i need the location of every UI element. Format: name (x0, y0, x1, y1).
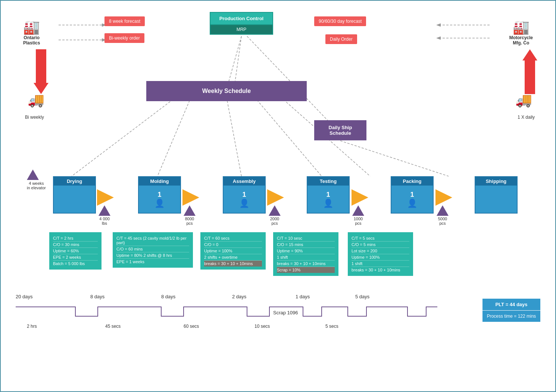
packing-content: 1 👤 (391, 186, 433, 214)
inv-after-drying-label: 4 000lbs (99, 217, 110, 225)
molding-label: Molding (139, 177, 180, 186)
molding-operator: 👤 (154, 199, 165, 208)
eight-week-forecast-box: 8 week forecast (104, 16, 145, 26)
inv-after-testing-label: 1000pcs (352, 217, 364, 225)
truck-right: 🚚 (515, 92, 532, 108)
arrow-after-drying (97, 189, 114, 206)
plt-box: PLT = 44 days Process time = 122 mins (482, 299, 540, 322)
days-label-5: 1 days (296, 294, 310, 299)
plt-label: PLT = 44 days (482, 299, 540, 310)
shipping-step: Shipping (475, 176, 518, 214)
svg-line-6 (254, 97, 322, 176)
ontario-label: OntarioPlastics (23, 35, 40, 46)
arrow-after-molding (182, 189, 199, 206)
testing-shift: 1 shift (277, 254, 335, 261)
molding-uptime: Uptime = 80% 2 shifts @ 8 hrs (116, 252, 189, 259)
inv-after-molding-label: 8000pcs (184, 217, 196, 225)
assembly-co: C/O = 0 (204, 242, 262, 248)
pc-top-label: Production Control (210, 12, 273, 25)
drying-co: C/O = 30 mins (53, 242, 98, 248)
svg-line-5 (227, 97, 241, 176)
testing-breaks: breaks = 30 + 10 + 10mins (277, 261, 335, 267)
assembly-shifts: 2 shifts + overtime (204, 254, 262, 261)
molding-number: 1 (157, 191, 161, 199)
weekly-schedule-box: Weekly Schedule (146, 81, 307, 101)
packing-operator: 👤 (407, 199, 417, 208)
testing-content: 1 👤 (307, 186, 349, 214)
inv-after-assembly-label: 2000pcs (269, 217, 281, 225)
testing-ct: C/T = 10 sesc (277, 235, 335, 242)
days-label-2: 8 days (90, 294, 104, 299)
factory-icon-right: 🏭 (509, 19, 533, 35)
shipping-box: Shipping (475, 176, 518, 214)
drying-label: Drying (54, 177, 95, 186)
molding-step: Molding 1 👤 (138, 176, 181, 214)
packing-info-box: C/T = 5 secs C/O = 5 mins Lot size = 200… (348, 232, 413, 276)
drying-batch: Batch = 5 000 lbs (53, 261, 98, 267)
svg-line-3 (72, 97, 176, 176)
inv-after-drying: 4 000lbs (99, 205, 110, 225)
molding-epe: EPE = 1 weeks (116, 259, 189, 265)
pre-drying-label: 4 weeksin elevator (27, 181, 46, 190)
assembly-step: Assembly 1 👤 (223, 176, 266, 214)
process-time-label: Process time = 122 mins (482, 310, 540, 322)
shipping-label: Shipping (475, 177, 517, 186)
molding-co: C/O = 60 mins (116, 246, 189, 252)
inv-after-assembly: 2000pcs (269, 205, 281, 225)
drying-content (54, 186, 95, 214)
main-canvas: Production Control MRP 8 week forecast B… (0, 0, 556, 392)
ontario-plastics-box: 🏭 OntarioPlastics (23, 19, 40, 46)
testing-co: C/O = 15 mins (277, 242, 335, 248)
assembly-operator: 👤 (239, 199, 249, 208)
assembly-uptime: Uptime = 100% (204, 248, 262, 254)
time-label-5: 5 secs (325, 324, 338, 329)
time-label-3: 60 secs (184, 324, 199, 329)
inv-tri-5 (437, 205, 449, 216)
testing-box: Testing 1 👤 (307, 176, 350, 214)
assembly-ct: C/T = 60 secs (204, 235, 262, 242)
inv-tri-3 (269, 205, 281, 216)
motorcycle-label: MotorcycleMfg. Co (509, 35, 533, 46)
drying-uptime: Uptime = 60% (53, 248, 98, 254)
biweekly-label: Bi weekly (25, 115, 44, 120)
drying-ct: C/T = 2 hrs (53, 235, 98, 242)
testing-operator: 👤 (323, 199, 333, 208)
days-label-6: 5 days (355, 294, 369, 299)
timeline-zigzag (16, 299, 437, 322)
time-label-4: 10 secs (254, 324, 270, 329)
testing-uptime: Uptime = 90% (277, 248, 335, 254)
testing-label: Testing (307, 177, 349, 186)
packing-breaks: breaks = 30 + 10 + 10mins (352, 267, 409, 273)
days-label-4: 2 days (232, 294, 246, 299)
inventory-triangle-pre (27, 169, 39, 180)
inv-after-testing: 1000pcs (352, 205, 364, 225)
shipping-content (475, 186, 517, 214)
testing-scrap: Scrap = 10% (277, 267, 335, 273)
packing-lotsize: Lot size = 200 (352, 248, 409, 254)
onexdaily-label: 1 X daily (518, 115, 535, 120)
drying-info-box: C/T = 2 hrs C/O = 30 mins Uptime = 60% E… (49, 232, 101, 270)
testing-number: 1 (326, 191, 330, 199)
assembly-info-box: C/T = 60 secs C/O = 0 Uptime = 100% 2 sh… (200, 232, 266, 270)
molding-ct: C/T = 45 secs (2 cavity mold/1/2 lb per … (116, 235, 189, 246)
days-label-3: 8 days (161, 294, 175, 299)
drying-box: Drying (53, 176, 96, 214)
truck-left: 🚚 (28, 92, 44, 108)
pc-mrp-label: MRP (210, 25, 273, 35)
inv-after-packing: 5000pcs (437, 205, 449, 225)
svg-line-4 (157, 97, 191, 176)
packing-ct: C/T = 5 secs (352, 235, 409, 242)
assembly-content: 1 👤 (224, 186, 265, 214)
assembly-label: Assembly (224, 177, 265, 186)
packing-step: Packing 1 👤 (391, 176, 434, 214)
inv-after-molding: 8000pcs (184, 205, 196, 225)
factory-icon-left: 🏭 (23, 19, 40, 35)
daily-ship-box: Daily Ship Schedule (314, 120, 366, 140)
motorcycle-box: 🏭 MotorcycleMfg. Co (509, 19, 533, 46)
packing-shift: 1 shift (352, 261, 409, 267)
molding-content: 1 👤 (139, 186, 180, 214)
time-label-2: 45 secs (105, 324, 121, 329)
testing-info-box: C/T = 10 sesc C/O = 15 mins Uptime = 90%… (273, 232, 338, 276)
packing-number: 1 (410, 191, 414, 199)
inv-tri-4 (352, 205, 364, 216)
